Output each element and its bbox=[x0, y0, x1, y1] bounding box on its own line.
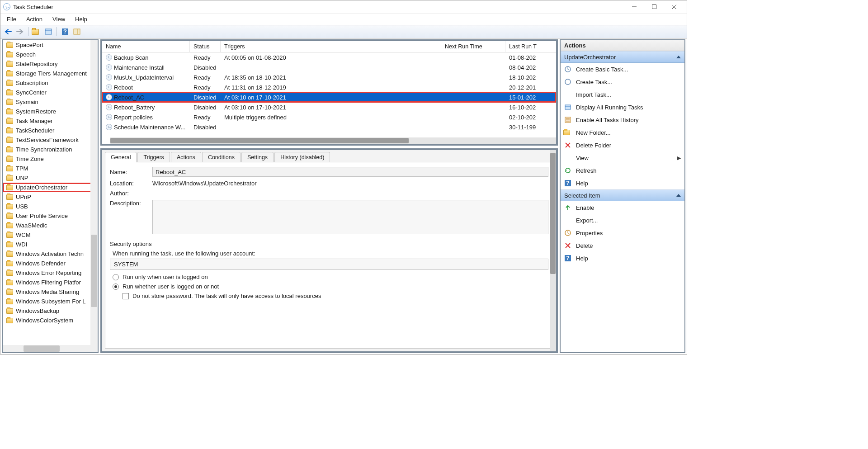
action-import-task[interactable]: Import Task... bbox=[561, 88, 684, 101]
task-clock-icon bbox=[106, 114, 112, 120]
action-refresh[interactable]: Refresh bbox=[561, 164, 684, 177]
actions-group-label: UpdateOrchestrator bbox=[564, 54, 616, 61]
tab-actions[interactable]: Actions bbox=[171, 152, 201, 162]
tree-item[interactable]: Subscription bbox=[3, 78, 98, 88]
task-row[interactable]: Reboot_BatteryDisabledAt 03:10 on 17-10-… bbox=[102, 102, 556, 112]
tb-properties-icon[interactable] bbox=[43, 27, 53, 37]
col-status[interactable]: Status bbox=[190, 41, 221, 52]
tree-item[interactable]: WindowsBackup bbox=[3, 306, 98, 316]
tree-item[interactable]: USB bbox=[3, 202, 98, 211]
tree-item[interactable]: Sysmain bbox=[3, 97, 98, 107]
tab-triggers[interactable]: Triggers bbox=[137, 152, 170, 162]
tree-item[interactable]: Time Zone bbox=[3, 154, 98, 164]
action-delete[interactable]: Delete bbox=[561, 239, 684, 252]
maximize-button[interactable] bbox=[644, 0, 664, 13]
list-scrollbar-horizontal[interactable] bbox=[110, 137, 556, 144]
tree-scrollbar-horizontal[interactable] bbox=[3, 345, 98, 352]
menu-file[interactable]: File bbox=[3, 15, 20, 24]
tree-item[interactable]: Windows Activation Techn bbox=[3, 249, 98, 259]
task-row[interactable]: Reboot_ACDisabledAt 03:10 on 17-10-20211… bbox=[102, 92, 556, 102]
tree-item[interactable]: TPM bbox=[3, 164, 98, 173]
tab-conditions[interactable]: Conditions bbox=[202, 152, 241, 162]
tree-hscroll-thumb[interactable] bbox=[24, 345, 60, 352]
tree-item[interactable]: Task Manager bbox=[3, 116, 98, 126]
tree-item[interactable]: WaaSMedic bbox=[3, 221, 98, 230]
col-last[interactable]: Last Run T bbox=[505, 41, 556, 52]
tree-item[interactable]: Windows Defender bbox=[3, 259, 98, 268]
action-properties[interactable]: Properties bbox=[561, 227, 684, 239]
tree-item[interactable]: Windows Error Reporting bbox=[3, 268, 98, 278]
action-create-basic-task[interactable]: Create Basic Task... bbox=[561, 63, 684, 76]
menu-action[interactable]: Action bbox=[23, 15, 46, 24]
tb-actionpane-icon[interactable] bbox=[72, 27, 82, 37]
action-help[interactable]: ?Help bbox=[561, 252, 684, 265]
action-create-task[interactable]: Create Task... bbox=[561, 76, 684, 88]
action-new-folder[interactable]: New Folder... bbox=[561, 126, 684, 139]
detail-scrollbar-vertical[interactable] bbox=[550, 150, 556, 351]
action-enable[interactable]: Enable bbox=[561, 201, 684, 214]
task-row[interactable]: MusUx_UpdateIntervalReadyAt 18:35 on 18-… bbox=[102, 72, 556, 82]
tree-item[interactable]: Windows Media Sharing bbox=[3, 287, 98, 297]
action-enable-all-tasks-history[interactable]: Enable All Tasks History bbox=[561, 113, 684, 126]
tab-history-disabled-[interactable]: History (disabled) bbox=[274, 152, 330, 162]
task-row[interactable]: Backup ScanReadyAt 00:05 on 01-08-202001… bbox=[102, 52, 556, 62]
field-name[interactable]: Reboot_AC bbox=[152, 167, 548, 177]
tree-item[interactable]: WCM bbox=[3, 230, 98, 240]
tree-item[interactable]: Time Synchronization bbox=[3, 145, 98, 154]
tree-item[interactable]: Storage Tiers Management bbox=[3, 69, 98, 78]
tree-item[interactable]: Windows Subsystem For L bbox=[3, 297, 98, 306]
col-name[interactable]: Name bbox=[102, 41, 190, 52]
col-next[interactable]: Next Run Time bbox=[441, 41, 505, 52]
folder-icon bbox=[6, 71, 13, 76]
tree-list[interactable]: SpacePortSpeechStateRepositoryStorage Ti… bbox=[3, 40, 98, 345]
tree-item[interactable]: UpdateOrchestrator bbox=[3, 183, 98, 192]
tree-scrollbar-vertical[interactable] bbox=[90, 40, 98, 352]
action-display-all-running-tasks[interactable]: Display All Running Tasks bbox=[561, 101, 684, 113]
task-last: 20-12-201 bbox=[505, 84, 556, 91]
menu-help[interactable]: Help bbox=[71, 15, 91, 24]
tb-help-icon[interactable]: ? bbox=[60, 27, 70, 37]
checkbox-no-store-password[interactable]: Do not store password. The task will onl… bbox=[123, 293, 548, 299]
tab-settings[interactable]: Settings bbox=[241, 152, 274, 162]
tree-item[interactable]: SpacePort bbox=[3, 40, 98, 50]
tree-item[interactable]: SyncCenter bbox=[3, 88, 98, 97]
detail-scroll-thumb[interactable] bbox=[550, 153, 556, 274]
minimize-button[interactable] bbox=[624, 0, 644, 13]
actions-group-selected[interactable]: Selected Item bbox=[561, 189, 684, 201]
close-button[interactable] bbox=[664, 0, 684, 13]
nav-back-button[interactable] bbox=[3, 27, 13, 37]
tree-item[interactable]: UPnP bbox=[3, 192, 98, 202]
actions-group-folder[interactable]: UpdateOrchestrator bbox=[561, 51, 684, 63]
task-name: Schedule Maintenance W... bbox=[114, 124, 185, 131]
tree-item[interactable]: Windows Filtering Platfor bbox=[3, 278, 98, 287]
action-delete-folder[interactable]: Delete Folder bbox=[561, 139, 684, 151]
menu-view[interactable]: View bbox=[49, 15, 69, 24]
tab-general[interactable]: General bbox=[105, 152, 137, 162]
task-row[interactable]: Schedule Maintenance W...Disabled30-11-1… bbox=[102, 122, 556, 132]
task-row[interactable]: RebootReadyAt 11:31 on 18-12-201920-12-2… bbox=[102, 82, 556, 92]
tree-item[interactable]: User Profile Service bbox=[3, 211, 98, 221]
tree-scroll-thumb[interactable] bbox=[91, 235, 97, 307]
nav-forward-button[interactable] bbox=[15, 27, 25, 37]
tree-item[interactable]: SystemRestore bbox=[3, 107, 98, 116]
list-hscroll-thumb[interactable] bbox=[110, 138, 409, 143]
tree-item[interactable]: UNP bbox=[3, 173, 98, 183]
action-help[interactable]: ?Help bbox=[561, 177, 684, 189]
tree-item[interactable]: WindowsColorSystem bbox=[3, 316, 98, 325]
tree-item[interactable]: WDI bbox=[3, 240, 98, 249]
tree-item[interactable]: TextServicesFramework bbox=[3, 135, 98, 145]
action-view[interactable]: View▶ bbox=[561, 151, 684, 164]
task-row[interactable]: Maintenance InstallDisabled08-04-202 bbox=[102, 62, 556, 72]
col-triggers[interactable]: Triggers bbox=[221, 41, 441, 52]
task-row[interactable]: Report policiesReadyMultiple triggers de… bbox=[102, 112, 556, 122]
task-list-body[interactable]: Backup ScanReadyAt 00:05 on 01-08-202001… bbox=[102, 52, 556, 137]
radio-run-logged-off[interactable]: Run whether user is logged on or not bbox=[113, 283, 548, 290]
action-icon bbox=[564, 217, 571, 224]
action-export[interactable]: Export... bbox=[561, 214, 684, 227]
field-description[interactable] bbox=[152, 200, 548, 234]
tree-item[interactable]: StateRepository bbox=[3, 59, 98, 69]
tree-item[interactable]: TaskScheduler bbox=[3, 126, 98, 135]
tb-new-folder-icon[interactable] bbox=[32, 27, 42, 37]
radio-run-logged-on[interactable]: Run only when user is logged on bbox=[113, 274, 548, 280]
tree-item[interactable]: Speech bbox=[3, 50, 98, 59]
